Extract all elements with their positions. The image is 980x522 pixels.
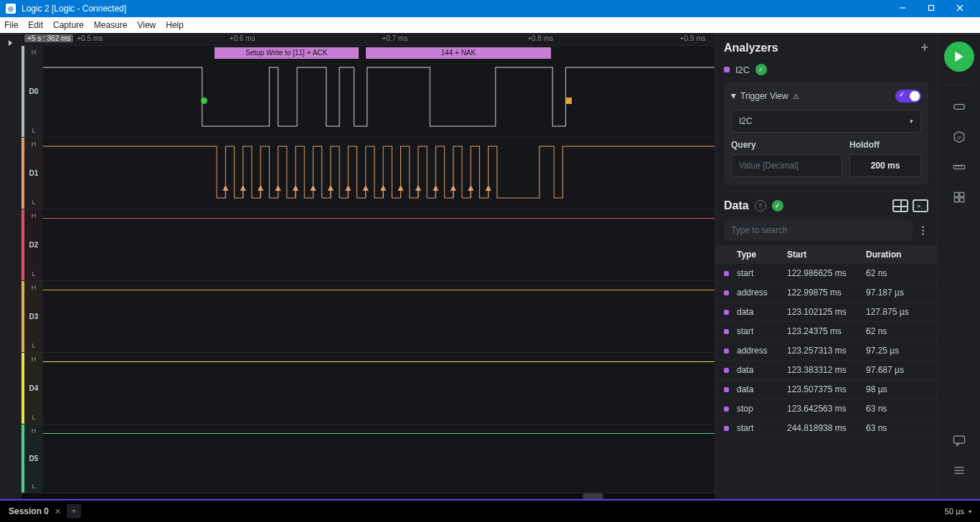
start-capture-button[interactable] xyxy=(944,42,974,72)
close-session-button[interactable]: ✕ xyxy=(55,507,61,516)
channel-wave-d1[interactable] xyxy=(43,138,715,209)
col-start[interactable]: Start xyxy=(787,250,866,260)
svg-text:1F: 1F xyxy=(956,136,961,140)
right-panel: Analyzers + I2C ✓ ▶ Trigger View ⚠ xyxy=(715,33,937,499)
svg-rect-1 xyxy=(929,6,934,11)
analyzer-color-dot xyxy=(724,67,730,72)
timeline-header: +5 s : 362 ms +0.5 ms +0.6 ms +0.7 ms +0… xyxy=(22,33,715,46)
window-minimize[interactable] xyxy=(888,4,917,14)
data-table[interactable]: Type Start Duration start122.986625 ms62… xyxy=(715,245,937,499)
svg-rect-27 xyxy=(959,192,963,196)
query-label: Query xyxy=(731,140,842,150)
feedback-icon[interactable] xyxy=(951,432,968,449)
channel-label-d5[interactable]: H D5 L xyxy=(22,424,43,493)
timeline-absolute-time: +5 s : 362 ms xyxy=(24,34,73,42)
window-maximize[interactable] xyxy=(917,4,946,14)
table-row[interactable]: data123.383312 ms97.687 µs xyxy=(715,361,937,380)
add-analyzer-button[interactable]: + xyxy=(920,40,928,55)
svg-rect-20 xyxy=(953,105,964,110)
timeline-tick: +0.7 ms xyxy=(382,34,407,42)
help-icon[interactable]: ? xyxy=(755,200,766,212)
data-search-input[interactable] xyxy=(724,219,913,241)
table-row[interactable]: address122.99875 ms97.187 µs xyxy=(715,283,937,303)
analyzer-name: I2C xyxy=(735,65,750,75)
titlebar: ◎ Logic 2 [Logic - Connected] xyxy=(0,0,980,17)
menu-help[interactable]: Help xyxy=(166,20,184,30)
menu-measure[interactable]: Measure xyxy=(94,20,128,30)
channel-label-d1[interactable]: H D1 L xyxy=(22,138,43,209)
analyzer-i2c-row[interactable]: I2C ✓ xyxy=(724,64,928,75)
channel-wave-d3[interactable] xyxy=(43,281,715,352)
table-row[interactable]: data123.507375 ms98 µs xyxy=(715,380,937,399)
svg-rect-28 xyxy=(954,198,958,202)
window-title: Logic 2 [Logic - Connected] xyxy=(22,4,126,14)
channel-label-d2[interactable]: H D2 L xyxy=(22,209,43,280)
channel-label-d0[interactable]: H D0 L xyxy=(22,46,43,137)
table-row[interactable]: stop123.642563 ms63 ns xyxy=(715,399,937,419)
menu-icon[interactable] xyxy=(951,462,968,479)
svg-rect-30 xyxy=(953,436,964,443)
session-tab[interactable]: Session 0 xyxy=(9,506,49,516)
chevron-down-icon: ▾ xyxy=(910,118,913,125)
chevron-down-icon: ▾ xyxy=(969,508,971,515)
channel-label-d3[interactable]: H D3 L xyxy=(22,281,43,352)
query-input[interactable] xyxy=(731,154,842,177)
table-row[interactable]: data123.102125 ms127.875 µs xyxy=(715,303,937,322)
chip-icon[interactable]: 1F xyxy=(951,128,968,146)
analyzers-title: Analyzers xyxy=(724,42,778,54)
trigger-view-card: ▶ Trigger View ⚠ I2C ▾ Query xyxy=(724,82,928,184)
menubar: File Edit Capture Measure View Help xyxy=(0,17,980,33)
table-row[interactable]: start244.818938 ms63 ns xyxy=(715,419,937,438)
channel-wave-d5[interactable] xyxy=(43,424,715,493)
data-title: Data xyxy=(724,199,749,212)
zoom-control[interactable]: 50 µs ▾ xyxy=(945,507,971,516)
table-row[interactable]: address123.257313 ms97.25 µs xyxy=(715,341,937,361)
channel-wave-d0[interactable]: Setup Write to [11] + ACK 144 + NAK xyxy=(43,46,715,137)
add-session-button[interactable]: + xyxy=(67,504,81,518)
trigger-analyzer-select[interactable]: I2C ▾ xyxy=(731,110,921,133)
data-menu-button[interactable] xyxy=(917,219,928,241)
ruler-icon[interactable] xyxy=(951,158,968,176)
timeline-tick: +0.9 ms xyxy=(680,34,706,42)
svg-rect-26 xyxy=(954,192,958,196)
data-terminal-mode-button[interactable]: >_ xyxy=(913,199,928,212)
action-toolbar: 1F xyxy=(937,33,980,499)
waveform-view[interactable]: +5 s : 362 ms +0.5 ms +0.6 ms +0.7 ms +0… xyxy=(22,33,715,499)
check-icon: ✓ xyxy=(772,200,783,212)
trigger-toggle[interactable] xyxy=(895,90,921,103)
timeline-tick: +0.6 ms xyxy=(230,34,255,42)
timeline-tick: +0.8 ms xyxy=(527,34,553,42)
window-close[interactable] xyxy=(946,4,974,14)
warning-icon: ⚠ xyxy=(793,92,799,100)
trigger-view-label: Trigger View xyxy=(740,91,788,101)
timeline-tick: +0.5 ms xyxy=(77,34,103,42)
extensions-icon[interactable] xyxy=(951,189,968,206)
check-icon: ✓ xyxy=(755,64,767,75)
holdoff-input[interactable]: 200 ms xyxy=(849,154,921,177)
menu-file[interactable]: File xyxy=(4,20,18,30)
data-table-mode-button[interactable] xyxy=(892,199,908,212)
svg-rect-29 xyxy=(959,198,963,202)
table-row[interactable]: start122.986625 ms62 ns xyxy=(715,264,937,283)
channel-wave-d2[interactable] xyxy=(43,209,715,280)
trigger-end-marker[interactable] xyxy=(565,98,572,104)
horizontal-scrollbar[interactable] xyxy=(22,493,715,499)
col-duration[interactable]: Duration xyxy=(866,250,916,260)
table-row[interactable]: start123.24375 ms62 ns xyxy=(715,322,937,341)
svg-rect-22 xyxy=(953,166,964,169)
app-icon: ◎ xyxy=(6,4,16,14)
menu-capture[interactable]: Capture xyxy=(53,20,84,30)
expand-sidebar-button[interactable] xyxy=(0,33,22,499)
menu-view[interactable]: View xyxy=(137,20,156,30)
device-settings-icon[interactable] xyxy=(951,98,968,115)
channel-wave-d4[interactable] xyxy=(43,353,715,424)
col-type[interactable]: Type xyxy=(737,250,787,260)
chevron-down-icon[interactable]: ▶ xyxy=(730,94,738,99)
bottom-bar: Session 0 ✕ + 50 µs ▾ xyxy=(0,499,980,522)
channel-label-d4[interactable]: H D4 L xyxy=(22,353,43,424)
trigger-start-marker[interactable] xyxy=(201,98,207,104)
holdoff-label: Holdoff xyxy=(849,140,921,150)
menu-edit[interactable]: Edit xyxy=(28,20,43,30)
